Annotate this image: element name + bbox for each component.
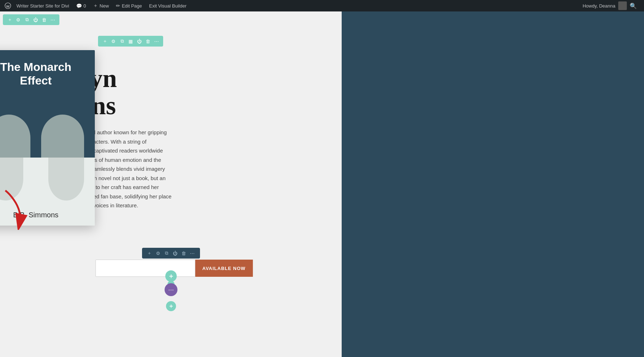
exit-visual-builder-link[interactable]: Exit Visual Builder — [146, 0, 190, 11]
module-disable-button[interactable]: ⏻ — [171, 249, 179, 257]
float-add-teal2-button[interactable]: ＋ — [166, 301, 176, 311]
book-cover-top: The Monarch Effect — [0, 50, 95, 158]
wp-logo-icon[interactable]: W — [3, 0, 13, 11]
wing-right — [41, 115, 84, 161]
cta-input-box[interactable] — [95, 260, 195, 277]
row-delete-button[interactable]: 🗑 — [40, 16, 48, 24]
float-add-teal-button[interactable]: ＋ — [165, 270, 177, 282]
row-more-button[interactable]: ⋯ — [49, 16, 57, 24]
row-toolbar-top: ＋ ⚙ ⧉ ⏻ 🗑 ⋯ — [3, 14, 59, 25]
page-container: ＋ ⚙ ⧉ ⏻ 🗑 ⋯ ＋ ⚙ ⧉ ▦ ⏻ 🗑 ⋯ BEST SELLING A… — [0, 11, 644, 357]
section-grid-button[interactable]: ▦ — [127, 37, 135, 45]
section-add-button[interactable]: ＋ — [101, 37, 109, 45]
book-title: The Monarch Effect — [0, 60, 95, 88]
svg-text:W: W — [6, 4, 10, 8]
row-duplicate-button[interactable]: ⧉ — [23, 16, 31, 24]
section-settings-button[interactable]: ⚙ — [109, 37, 117, 45]
wing-left — [0, 115, 30, 161]
module-add-button[interactable]: ＋ — [146, 249, 153, 257]
plus-icon: ＋ — [93, 3, 98, 9]
search-icon[interactable]: 🔍 — [630, 3, 637, 9]
section-delete-button[interactable]: 🗑 — [144, 37, 152, 45]
section-more-button[interactable]: ⋯ — [152, 37, 160, 45]
main-content: ＋ ⚙ ⧉ ⏻ 🗑 ⋯ ＋ ⚙ ⧉ ▦ ⏻ 🗑 ⋯ BEST SELLING A… — [0, 11, 342, 357]
avatar[interactable] — [618, 1, 627, 10]
module-settings-button[interactable]: ⚙ — [154, 249, 162, 257]
howdy-text: Howdy, Deanna — [582, 3, 615, 9]
module-duplicate-button[interactable]: ⧉ — [163, 249, 171, 257]
comments-link[interactable]: 💬 0 — [73, 0, 89, 11]
right-panel — [342, 11, 644, 357]
available-now-button[interactable]: AVAILABLE NOW — [195, 260, 253, 277]
wing-decoration — [0, 115, 95, 161]
section-toolbar: ＋ ⚙ ⧉ ▦ ⏻ 🗑 ⋯ — [98, 36, 163, 47]
module-more-button[interactable]: ⋯ — [189, 249, 196, 257]
admin-bar-right: Howdy, Deanna 🔍 — [582, 1, 641, 10]
new-link[interactable]: ＋ New — [89, 0, 112, 11]
red-arrow — [0, 187, 30, 230]
section-duplicate-button[interactable]: ⧉ — [118, 37, 126, 45]
pencil-icon: ✏ — [116, 3, 120, 9]
edit-page-link[interactable]: ✏ Edit Page — [112, 0, 145, 11]
comment-icon: 💬 — [76, 3, 82, 9]
section-disable-button[interactable]: ⏻ — [135, 37, 143, 45]
module-toolbar: ＋ ⚙ ⧉ ⏻ 🗑 ⋯ — [142, 248, 200, 259]
admin-bar: W Writer Starter Site for Divi 💬 0 ＋ New… — [0, 0, 644, 11]
float-purple-button[interactable]: ⋯ — [165, 283, 177, 296]
row-settings-button[interactable]: ⚙ — [14, 16, 22, 24]
row-disable-button[interactable]: ⏻ — [31, 16, 39, 24]
wing-bottom-right — [48, 158, 84, 201]
row-move-button[interactable]: ＋ — [6, 16, 14, 24]
site-name[interactable]: Writer Starter Site for Divi — [13, 0, 73, 11]
module-delete-button[interactable]: 🗑 — [180, 249, 188, 257]
